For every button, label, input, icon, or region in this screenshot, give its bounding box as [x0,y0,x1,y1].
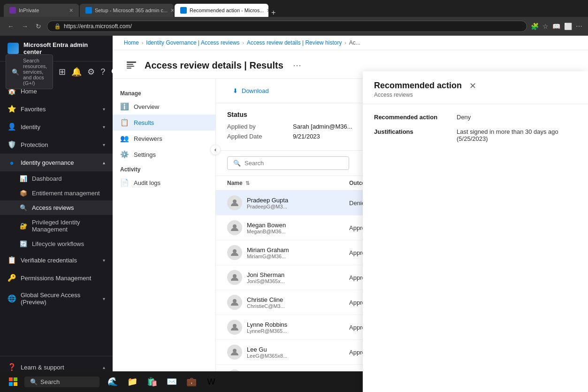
topbar-search-box[interactable]: 🔍 Search resources, services, and docs (… [6,54,53,89]
taskbar-app-mail[interactable]: ✉️ [162,373,181,390]
settings-left-icon: ⚙️ [120,150,129,159]
left-nav-results[interactable]: 📋 Results [113,115,215,131]
browser-settings-icon[interactable]: ⋯ [576,23,582,30]
sidebar-sub-item-lifecycle[interactable]: 🔄 Lifecycle workflows [0,237,113,251]
left-nav-audit-logs[interactable]: 📄 Audit logs [113,175,215,191]
help-icon[interactable]: ? [100,67,105,77]
detail-panel-close-button[interactable]: ✕ [469,81,476,91]
download-label: Download [242,87,269,94]
settings-icon[interactable]: ⚙ [87,67,95,77]
user-name-6: Lee Gu [247,346,287,353]
sidebar-item-identity-governance[interactable]: ● Identity governance ▴ [0,154,113,171]
learn-support-chevron-icon: ▴ [103,365,105,370]
taskbar-app-explorer[interactable]: 📁 [123,373,142,390]
mail-icon: ✉️ [167,377,177,387]
pim-icon: 🔐 [20,223,27,230]
svg-point-9 [233,324,237,328]
taskbar-search-box[interactable]: 🔍 Search [24,377,99,387]
user-info-4: Christie Cline ChristieC@M3... [247,296,285,309]
tab-recommended[interactable]: Recommended action - Micros... ✕ [175,4,268,17]
tab-label: InPrivate [19,8,39,13]
download-icon: ⬇ [233,87,238,94]
svg-rect-15 [9,382,13,386]
word-icon: W [207,377,215,387]
sidebar-item-verifiable-credentials[interactable]: 📋 Verifiable credentials ▾ [0,251,113,269]
breadcrumb-identity-governance[interactable]: Identity Governance | Access reviews [146,39,239,46]
sidebar-sub-label-pim: Privileged Identity Management [32,219,105,233]
left-nav: Manage ℹ️ Overview 📋 Results 👥 Reviewers… [113,79,216,392]
sidebar-item-protection[interactable]: 🛡️ Protection ▾ [0,136,113,154]
user-avatar-0 [227,195,242,210]
user-avatar-3 [227,270,242,285]
sidebar-sub-item-dashboard[interactable]: 📊 Dashboard [0,171,113,186]
detail-panel-header: Recommended action Access reviews ✕ [363,71,588,104]
tab-close-icon-2[interactable]: ✕ [170,8,174,14]
split-screen-icon[interactable]: ⬜ [564,23,572,30]
tab-close-icon[interactable]: ✕ [69,8,73,14]
sidebar-item-identity[interactable]: 👤 Identity ▾ [0,118,113,136]
taskbar-app-word[interactable]: W [202,373,221,390]
col-header-name[interactable]: Name ⇅ [227,180,349,186]
start-button[interactable] [4,373,23,390]
sidebar-sub-item-access-reviews[interactable]: 🔍 Access reviews [0,200,113,215]
edge-icon: 🌊 [107,377,118,387]
app-title: Microsoft Entra admin center [23,41,105,55]
user-info-5: Lynne Robbins LynneR@M365... [247,321,287,334]
taskbar-app-teams[interactable]: 💼 [182,373,201,390]
svg-point-8 [233,299,237,303]
refresh-button[interactable]: ↻ [34,22,43,31]
sidebar-item-favorites[interactable]: ⭐ Favorites ▾ [0,100,113,118]
new-tab-button[interactable]: + [271,8,275,17]
global-secure-icon: 🌐 [8,294,16,303]
breadcrumb-access-review-details[interactable]: Access review details | Review history [247,39,342,46]
download-button[interactable]: ⬇ Download [227,85,275,97]
left-nav-reviewers[interactable]: 👥 Reviewers [113,131,215,146]
sidebar-sub-item-pim[interactable]: 🔐 Privileged Identity Management [0,215,113,237]
app-topbar: 🔍 Search resources, services, and docs (… [0,61,113,82]
tab-setup[interactable]: Setup - Microsoft 365 admin c... ✕ [80,4,174,17]
results-search-box[interactable]: 🔍 [227,156,349,170]
apps-icon[interactable]: ⊞ [59,67,66,77]
left-nav-label-settings: Settings [134,151,156,158]
sidebar-item-global-secure-access[interactable]: 🌐 Global Secure Access (Preview) ▾ [0,287,113,310]
page-title-menu-icon[interactable]: ⋯ [293,60,301,70]
feedback-icon[interactable]: 💬 [111,67,113,77]
tab-close-icon-3[interactable]: ✕ [267,8,268,14]
verifiable-creds-icon: 📋 [8,256,16,264]
svg-rect-0 [127,61,136,63]
sidebar-sub-item-entitlement[interactable]: 📦 Entitlement management [0,186,113,200]
user-info-2: Miriam Graham MiriamG@M36... [247,246,289,259]
collapse-left-nav-button[interactable]: ‹ [210,145,221,155]
svg-point-5 [233,224,237,228]
protection-chevron-icon: ▾ [103,142,105,147]
taskbar-app-edge[interactable]: 🌊 [103,373,122,390]
back-button[interactable]: ← [6,22,16,31]
left-nav-settings[interactable]: ⚙️ Settings [113,146,215,162]
left-nav-label-results: Results [134,119,154,126]
sidebar-sub-label-access-reviews: Access reviews [32,204,74,211]
address-bar[interactable]: 🔒 https://entra.microsoft.com/ [47,21,527,32]
search-input[interactable] [244,160,343,167]
user-email-0: PradeepG@M3... [247,204,288,209]
sidebar-item-permissions-management[interactable]: 🔑 Permissions Management [0,269,113,287]
forward-button[interactable]: → [20,22,30,31]
user-avatar-1 [227,220,242,235]
detail-panel: Recommended action Access reviews ✕ Reco… [363,71,588,392]
user-cell-2: Miriam Graham MiriamG@M36... [227,245,349,260]
page-title: Access review details | Results [145,60,283,71]
justifications-label: Justifications [374,128,449,142]
detail-justifications-row: Justifications Last signed in more than … [374,128,577,142]
svg-rect-13 [9,377,13,381]
justifications-value: Last signed in more than 30 days ago (5/… [457,128,577,142]
tab-label-2: Setup - Microsoft 365 admin c... [95,8,168,13]
favorites-star-icon[interactable]: ☆ [542,23,549,30]
breadcrumb-home[interactable]: Home [124,39,139,46]
notifications-icon[interactable]: 🔔 [71,67,82,77]
user-email-6: LeeG@M365x8... [247,353,287,359]
extensions-icon[interactable]: 🧩 [531,23,539,30]
tab-inprivate[interactable]: InPrivate ✕ [4,4,79,17]
taskbar-app-store[interactable]: 🛍️ [143,373,161,390]
user-cell-4: Christie Cline ChristieC@M3... [227,295,349,310]
reading-view-icon[interactable]: 📖 [552,23,560,30]
left-nav-overview[interactable]: ℹ️ Overview [113,99,215,115]
